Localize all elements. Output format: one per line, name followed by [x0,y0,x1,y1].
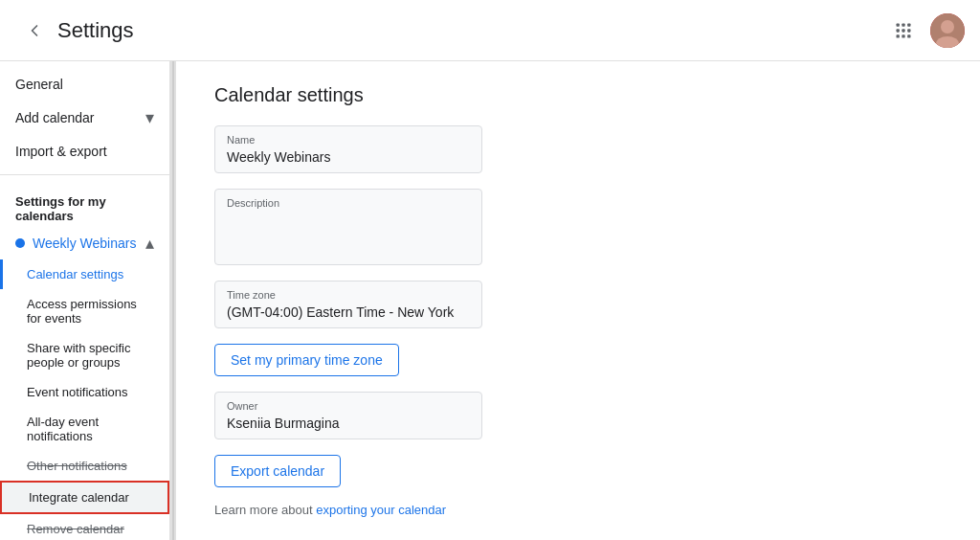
svg-rect-7 [902,34,904,37]
user-avatar[interactable] [930,13,965,48]
sidebar-divider [0,174,169,175]
svg-rect-3 [897,29,900,32]
name-field-box: Name Weekly Webinars [214,125,482,173]
sidebar: General Add calendar ▾ Import & export S… [0,61,170,540]
sidebar-sub-item-share[interactable]: Share with specific people or groups [0,333,169,377]
calendar-settings-title: Calendar settings [214,84,942,106]
sidebar-sub-item-event-notifications[interactable]: Event notifications [0,377,169,407]
svg-rect-1 [902,23,904,26]
collapse-icon: ▴ [145,233,154,254]
sidebar-sub-item-other-notifications[interactable]: Other notifications [0,451,169,481]
body: General Add calendar ▾ Import & export S… [0,61,980,540]
svg-rect-0 [897,23,900,26]
owner-field-box: Owner Kseniia Burmagina [214,392,482,439]
topbar-right [884,11,965,50]
timezone-field-box: Time zone (GMT-04:00) Eastern Time - New… [214,281,482,328]
sidebar-item-weekly-webinars[interactable]: Weekly Webinars ▴ [0,227,169,259]
sidebar-sub-item-integrate-calendar[interactable]: Integrate calendar [0,481,169,514]
chevron-down-icon: ▾ [145,107,154,128]
calendar-color-dot [15,238,25,248]
description-label: Description [227,197,470,209]
sidebar-sub-item-access-permissions[interactable]: Access permissions for events [0,289,169,333]
name-label: Name [227,134,470,146]
page-title: Settings [57,18,884,43]
learn-more-text: Learn more about exporting your calendar [214,503,942,517]
sidebar-item-import-export[interactable]: Import & export [0,136,169,167]
topbar: Settings [0,0,980,61]
svg-rect-5 [907,29,910,32]
svg-rect-2 [907,23,910,26]
sidebar-section-my-calendars: Settings for my calendars [0,183,169,227]
sidebar-sub-item-all-day[interactable]: All-day event notifications [0,407,169,451]
sidebar-weekly-webinars-label: Weekly Webinars [33,236,145,251]
svg-point-10 [941,20,954,34]
owner-value: Kseniia Burmagina [227,416,470,431]
apps-button[interactable] [884,11,923,50]
exporting-calendar-link[interactable]: exporting your calendar [316,503,446,517]
description-field-box: Description [214,189,482,265]
sidebar-sub-item-remove-calendar[interactable]: Remove calendar [0,514,169,540]
svg-rect-4 [902,29,904,32]
name-value: Weekly Webinars [227,149,470,165]
main-content: Calendar settings Name Weekly Webinars D… [176,61,980,540]
timezone-value: (GMT-04:00) Eastern Time - New York [227,304,470,320]
timezone-label: Time zone [227,289,470,301]
sidebar-item-add-calendar[interactable]: Add calendar ▾ [0,100,169,136]
set-timezone-button[interactable]: Set my primary time zone [214,344,399,376]
owner-label: Owner [227,400,470,412]
scrollbar-track [172,61,174,540]
svg-rect-8 [907,34,910,37]
svg-rect-6 [897,34,900,37]
export-calendar-button[interactable]: Export calendar [214,455,341,487]
sidebar-item-general[interactable]: General [0,69,169,100]
sidebar-sub-item-calendar-settings[interactable]: Calendar settings [0,259,169,289]
scrollbar-divider [170,61,176,540]
back-button[interactable] [15,11,54,50]
